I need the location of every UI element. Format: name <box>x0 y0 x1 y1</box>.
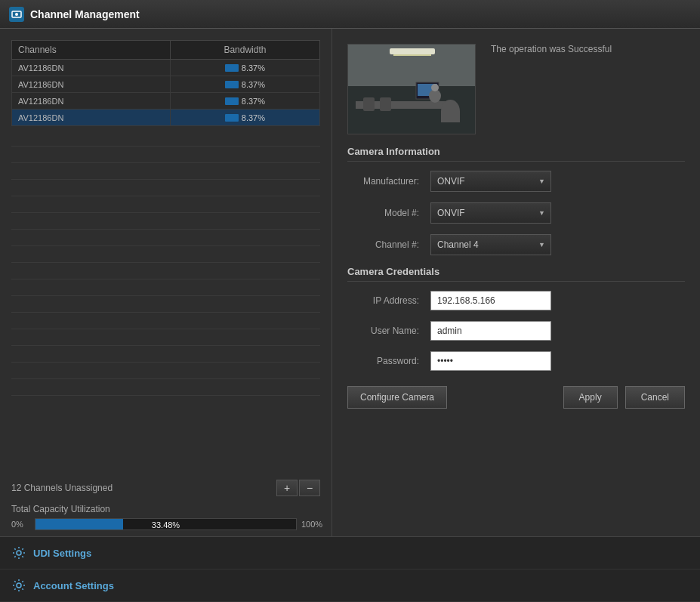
credentials-section: Camera Credentials IP Address: User Name… <box>347 266 685 371</box>
bandwidth-bar <box>225 114 239 122</box>
capacity-max: 100% <box>301 520 320 529</box>
channel-group: Channel #: Channel 1 Channel 2 Channel 3… <box>347 234 685 255</box>
bandwidth-header: Bandwidth <box>170 41 319 60</box>
remove-channel-button[interactable]: − <box>299 480 320 496</box>
udi-settings-label: UDI Settings <box>33 548 91 559</box>
table-row[interactable]: AV12186DN 8.37% <box>12 110 320 126</box>
camera-preview-row: The operation was Successful <box>347 44 685 134</box>
bandwidth-cell: 8.37% <box>170 60 319 76</box>
camera-image <box>348 45 475 134</box>
svg-point-15 <box>17 583 21 588</box>
channel-label: Channel #: <box>347 239 430 250</box>
main-layout: Channels Bandwidth AV12186DN 8.37% AV121… <box>0 29 700 542</box>
right-panel: The operation was Successful Camera Info… <box>332 29 700 542</box>
sidebar-item-account-settings[interactable]: Account Settings <box>0 570 700 602</box>
title-bar: Channel Management <box>0 0 700 29</box>
svg-rect-5 <box>390 48 435 54</box>
credentials-title: Camera Credentials <box>347 266 685 282</box>
capacity-bar-track: 33.48% <box>35 518 297 530</box>
sidebar-item-udi-settings[interactable]: UDI Settings <box>0 537 700 570</box>
camera-info-title: Camera Information <box>347 146 685 162</box>
add-channel-button[interactable]: + <box>276 480 298 496</box>
empty-row[interactable] <box>11 147 320 163</box>
configure-camera-button[interactable]: Configure Camera <box>347 386 447 409</box>
password-group: Password: <box>347 351 685 371</box>
password-label: Password: <box>347 356 430 366</box>
username-input[interactable] <box>430 321 551 341</box>
table-row[interactable]: AV12186DN 8.37% <box>12 93 320 110</box>
empty-row[interactable] <box>11 263 320 279</box>
channels-header: Channels <box>12 41 171 60</box>
empty-row[interactable] <box>11 329 320 346</box>
empty-row[interactable] <box>11 296 320 313</box>
channel-name: AV12186DN <box>12 60 171 76</box>
model-group: Model #: ONVIF <box>347 202 685 224</box>
table-row[interactable]: AV12186DN 8.37% <box>12 76 320 93</box>
channel-name: AV12186DN <box>12 93 171 110</box>
svg-point-11 <box>431 84 439 91</box>
bandwidth-cell: 8.37% <box>170 76 319 93</box>
bandwidth-value: 8.37% <box>242 113 265 122</box>
bandwidth-bar <box>225 81 239 88</box>
table-row[interactable]: AV12186DN 8.37% <box>12 60 320 76</box>
account-settings-label: Account Settings <box>33 580 114 591</box>
bottom-nav: UDI Settings Account Settings <box>0 536 700 602</box>
empty-row[interactable] <box>11 363 320 379</box>
empty-row[interactable] <box>11 313 320 329</box>
action-row: Configure Camera Apply Cancel <box>347 386 685 409</box>
left-panel: Channels Bandwidth AV12186DN 8.37% AV121… <box>0 29 332 542</box>
camera-preview <box>347 44 476 134</box>
password-input[interactable] <box>430 351 551 371</box>
capacity-min: 0% <box>11 520 30 529</box>
app-title: Channel Management <box>30 8 140 20</box>
empty-row[interactable] <box>11 246 320 263</box>
manufacturer-select-wrapper: ONVIF Avigilon Axis Bosch <box>430 171 551 192</box>
ip-group: IP Address: <box>347 291 685 310</box>
empty-row[interactable] <box>11 180 320 196</box>
model-select-wrapper: ONVIF <box>430 202 551 224</box>
bandwidth-cell: 8.37% <box>170 93 319 110</box>
gear-icon <box>12 546 26 560</box>
channel-table: Channels Bandwidth AV12186DN 8.37% AV121… <box>11 40 320 126</box>
empty-row[interactable] <box>11 130 320 147</box>
app-icon <box>9 7 24 22</box>
empty-row[interactable] <box>11 279 320 296</box>
capacity-value: 33.48% <box>35 519 296 531</box>
empty-row[interactable] <box>11 163 320 180</box>
ip-input[interactable] <box>430 291 551 310</box>
capacity-bar-row: 0% 33.48% 100% <box>11 518 320 530</box>
success-message-container: The operation was Successful <box>491 44 612 54</box>
ip-label: IP Address: <box>347 295 430 306</box>
channel-select-wrapper: Channel 1 Channel 2 Channel 3 Channel 4 <box>430 234 551 255</box>
svg-rect-12 <box>363 97 375 111</box>
manufacturer-label: Manufacturer: <box>347 176 430 187</box>
manufacturer-select[interactable]: ONVIF Avigilon Axis Bosch <box>430 171 551 192</box>
channels-footer: 12 Channels Unassigned + − Total Capacit… <box>11 480 320 530</box>
channel-name: AV12186DN <box>12 76 171 93</box>
empty-row[interactable] <box>11 213 320 230</box>
username-group: User Name: <box>347 321 685 341</box>
svg-point-14 <box>17 551 21 555</box>
apply-button[interactable]: Apply <box>563 386 618 409</box>
bandwidth-value: 8.37% <box>242 97 265 106</box>
empty-row[interactable] <box>11 230 320 246</box>
svg-rect-6 <box>393 54 431 56</box>
unassigned-text: 12 Channels Unassigned <box>11 483 113 493</box>
username-label: User Name: <box>347 326 430 336</box>
model-select[interactable]: ONVIF <box>430 202 551 224</box>
bandwidth-value: 8.37% <box>242 63 265 73</box>
empty-row[interactable] <box>11 346 320 363</box>
empty-row[interactable] <box>11 379 320 396</box>
empty-rows <box>11 130 320 472</box>
channel-name: AV12186DN <box>12 110 171 126</box>
cancel-button[interactable]: Cancel <box>625 386 685 409</box>
bandwidth-cell: 8.37% <box>170 110 319 126</box>
account-icon <box>12 579 26 592</box>
success-message: The operation was Successful <box>491 44 612 54</box>
svg-point-1 <box>15 13 18 16</box>
empty-row[interactable] <box>11 196 320 213</box>
bandwidth-bar <box>225 97 239 105</box>
svg-rect-13 <box>380 97 391 111</box>
capacity-section: Total Capacity Utilization 0% 33.48% 100… <box>11 504 320 530</box>
channel-select[interactable]: Channel 1 Channel 2 Channel 3 Channel 4 <box>430 234 551 255</box>
